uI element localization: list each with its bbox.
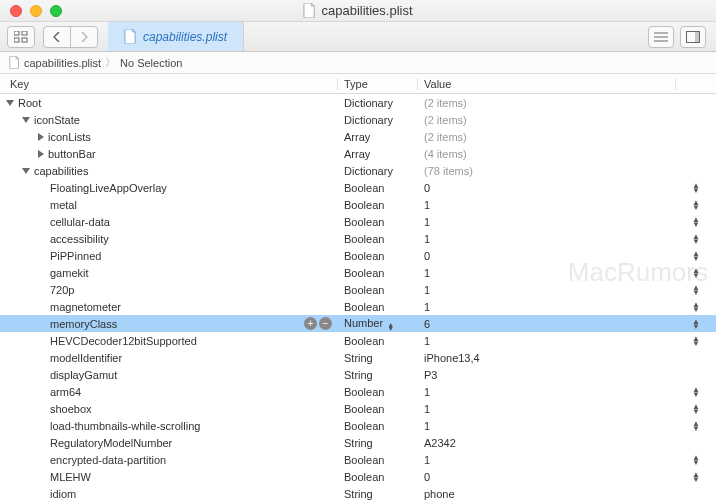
table-row[interactable]: memoryClass+−Number▲▼6▲▼ [0,315,716,332]
minimize-button[interactable] [30,5,42,17]
value-stepper[interactable]: ▲▼ [692,319,700,329]
disclosure-triangle-icon[interactable] [38,133,44,141]
table-row[interactable]: arm64Boolean1▲▼ [0,383,716,400]
column-type[interactable]: Type [338,78,418,90]
cell-value: (4 items) [418,148,676,160]
key-label: iconLists [48,131,91,143]
value-stepper[interactable]: ▲▼ [692,217,700,227]
cell-value: 1 [418,403,676,415]
cell-type: Boolean [338,250,418,262]
disclosure-triangle-icon[interactable] [22,168,30,174]
toolbar: capabilities.plist [0,22,716,52]
document-icon [303,3,316,18]
cell-value: 0 [418,250,676,262]
table-row[interactable]: shoeboxBoolean1▲▼ [0,400,716,417]
table-row[interactable]: load-thumbnails-while-scrollingBoolean1▲… [0,417,716,434]
remove-row-button[interactable]: − [319,317,332,330]
key-label: cellular-data [50,216,110,228]
back-button[interactable] [43,26,71,48]
disclosure-spacer [38,372,46,378]
zoom-button[interactable] [50,5,62,17]
table-row[interactable]: MLEHWBoolean0▲▼ [0,468,716,485]
value-stepper[interactable]: ▲▼ [692,387,700,397]
cell-key: Root [0,97,338,109]
cell-stepper: ▲▼ [676,234,716,244]
table-row[interactable]: FloatingLiveAppOverlayBoolean0▲▼ [0,179,716,196]
table-row[interactable]: iconListsArray(2 items) [0,128,716,145]
cell-type: Boolean [338,233,418,245]
table-row[interactable]: gamekitBoolean1▲▼ [0,264,716,281]
column-key[interactable]: Key [0,78,338,90]
table-row[interactable]: HEVCDecoder12bitSupportedBoolean1▲▼ [0,332,716,349]
cell-type: Boolean [338,335,418,347]
table-row[interactable]: cellular-dataBoolean1▲▼ [0,213,716,230]
value-stepper[interactable]: ▲▼ [692,455,700,465]
type-label: Boolean [344,250,384,262]
value-label: 1 [424,301,430,313]
table-row[interactable]: magnetometerBoolean1▲▼ [0,298,716,315]
type-label: Number [344,317,383,329]
disclosure-spacer [38,304,46,310]
table-row[interactable]: accessibilityBoolean1▲▼ [0,230,716,247]
key-label: encrypted-data-partition [50,454,166,466]
toolbar-right [648,26,706,48]
table-row[interactable]: modelIdentifierStringiPhone13,4 [0,349,716,366]
tab-capabilities-plist[interactable]: capabilities.plist [108,22,244,51]
type-label: String [344,352,373,364]
table-row[interactable]: metalBoolean1▲▼ [0,196,716,213]
value-stepper[interactable]: ▲▼ [692,404,700,414]
value-stepper[interactable]: ▲▼ [692,302,700,312]
close-button[interactable] [10,5,22,17]
disclosure-spacer [38,270,46,276]
table-row[interactable]: PiPPinnedBoolean0▲▼ [0,247,716,264]
disclosure-spacer [38,406,46,412]
forward-button[interactable] [70,26,98,48]
panel-toggle-button[interactable] [680,26,706,48]
cell-value: 1 [418,267,676,279]
disclosure-triangle-icon[interactable] [22,117,30,123]
column-value[interactable]: Value [418,78,676,90]
value-stepper[interactable]: ▲▼ [692,183,700,193]
disclosure-spacer [38,219,46,225]
value-stepper[interactable]: ▲▼ [692,285,700,295]
value-stepper[interactable]: ▲▼ [692,251,700,261]
cell-key: encrypted-data-partition [0,454,338,466]
table-row[interactable]: displayGamutStringP3 [0,366,716,383]
value-stepper[interactable]: ▲▼ [692,200,700,210]
table-row[interactable]: capabilitiesDictionary(78 items) [0,162,716,179]
disclosure-spacer [38,457,46,463]
value-stepper[interactable]: ▲▼ [692,336,700,346]
breadcrumb-file[interactable]: capabilities.plist [24,57,101,69]
cell-type: String [338,369,418,381]
table-row[interactable]: encrypted-data-partitionBoolean1▲▼ [0,451,716,468]
document-icon [124,29,137,44]
disclosure-triangle-icon[interactable] [38,150,44,158]
cell-stepper: ▲▼ [676,387,716,397]
table-row[interactable]: buttonBarArray(4 items) [0,145,716,162]
type-label: Boolean [344,471,384,483]
table-row[interactable]: 720pBoolean1▲▼ [0,281,716,298]
value-stepper[interactable]: ▲▼ [692,234,700,244]
value-label: 1 [424,335,430,347]
value-stepper[interactable]: ▲▼ [692,268,700,278]
disclosure-spacer [38,474,46,480]
list-toggle-button[interactable] [648,26,674,48]
disclosure-triangle-icon[interactable] [6,100,14,106]
plist-rows: RootDictionary(2 items)iconStateDictiona… [0,94,716,500]
grid-view-button[interactable] [7,26,35,48]
cell-value: 0 [418,182,676,194]
table-row[interactable]: RegulatoryModelNumberStringA2342 [0,434,716,451]
type-popup-button[interactable]: ▲▼ [387,323,394,331]
cell-key: 720p [0,284,338,296]
svg-rect-8 [695,31,700,42]
cell-key: RegulatoryModelNumber [0,437,338,449]
type-label: Dictionary [344,114,393,126]
value-stepper[interactable]: ▲▼ [692,421,700,431]
cell-value: P3 [418,369,676,381]
cell-value: 1 [418,335,676,347]
table-row[interactable]: iconStateDictionary(2 items) [0,111,716,128]
value-stepper[interactable]: ▲▼ [692,472,700,482]
table-row[interactable]: RootDictionary(2 items) [0,94,716,111]
add-row-button[interactable]: + [304,317,317,330]
table-row[interactable]: idiomStringphone [0,485,716,500]
